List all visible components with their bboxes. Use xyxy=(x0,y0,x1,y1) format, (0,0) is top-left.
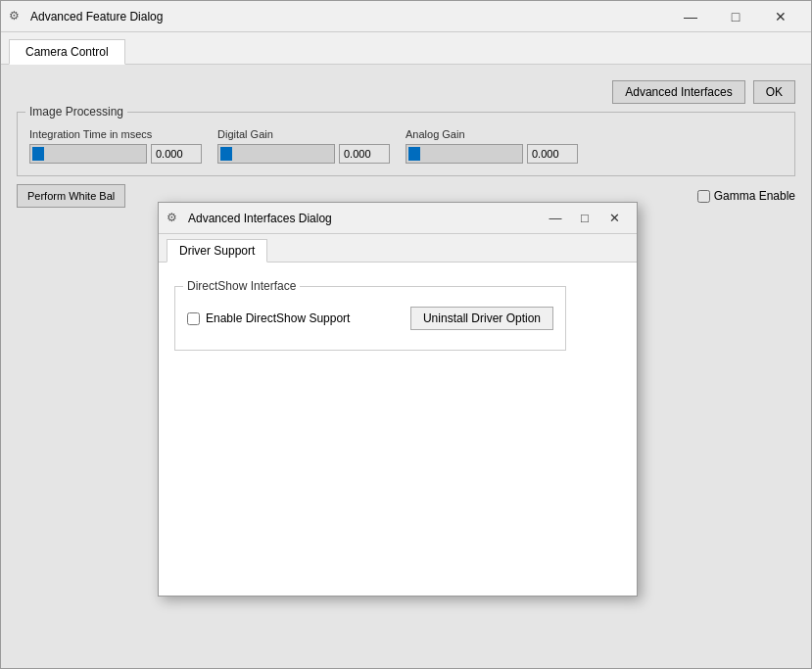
dialog-title-controls: — □ ✕ xyxy=(541,207,629,230)
dialog-tab-bar: Driver Support xyxy=(159,234,637,263)
uninstall-driver-option-button[interactable]: Uninstall Driver Option xyxy=(410,307,553,330)
enable-directshow-checkbox[interactable] xyxy=(187,312,200,325)
main-tab-bar: Camera Control xyxy=(1,32,811,65)
directshow-group: DirectShow Interface Enable DirectShow S… xyxy=(174,286,566,351)
dialog-close-button[interactable]: ✕ xyxy=(599,207,629,230)
advanced-interfaces-dialog: ⚙ Advanced Interfaces Dialog — □ ✕ Drive… xyxy=(158,202,638,597)
dialog-title-bar: ⚙ Advanced Interfaces Dialog — □ ✕ xyxy=(159,203,637,234)
close-button[interactable]: ✕ xyxy=(758,1,803,32)
dialog-maximize-button[interactable]: □ xyxy=(570,207,599,230)
app-icon: ⚙ xyxy=(9,9,24,24)
enable-directshow-label: Enable DirectShow Support xyxy=(206,311,350,325)
main-content-area: Advanced Interfaces OK Image Processing … xyxy=(1,65,811,668)
directshow-group-label: DirectShow Interface xyxy=(183,279,300,293)
title-bar-controls: — □ ✕ xyxy=(668,1,803,32)
dialog-minimize-button[interactable]: — xyxy=(541,207,570,230)
dialog-icon: ⚙ xyxy=(167,211,182,226)
dialog-title: Advanced Interfaces Dialog xyxy=(188,212,541,225)
main-title-bar: ⚙ Advanced Feature Dialog — □ ✕ xyxy=(1,1,811,32)
minimize-button[interactable]: — xyxy=(668,1,713,32)
dialog-content: DirectShow Interface Enable DirectShow S… xyxy=(159,263,637,596)
driver-support-tab[interactable]: Driver Support xyxy=(167,239,267,263)
maximize-button[interactable]: □ xyxy=(713,1,758,32)
camera-control-tab[interactable]: Camera Control xyxy=(9,39,125,65)
main-window-title: Advanced Feature Dialog xyxy=(30,10,668,24)
enable-directshow-row: Enable DirectShow Support xyxy=(187,311,350,325)
directshow-inner: Enable DirectShow Support Uninstall Driv… xyxy=(187,307,553,330)
main-window: ⚙ Advanced Feature Dialog — □ ✕ Camera C… xyxy=(0,0,812,669)
